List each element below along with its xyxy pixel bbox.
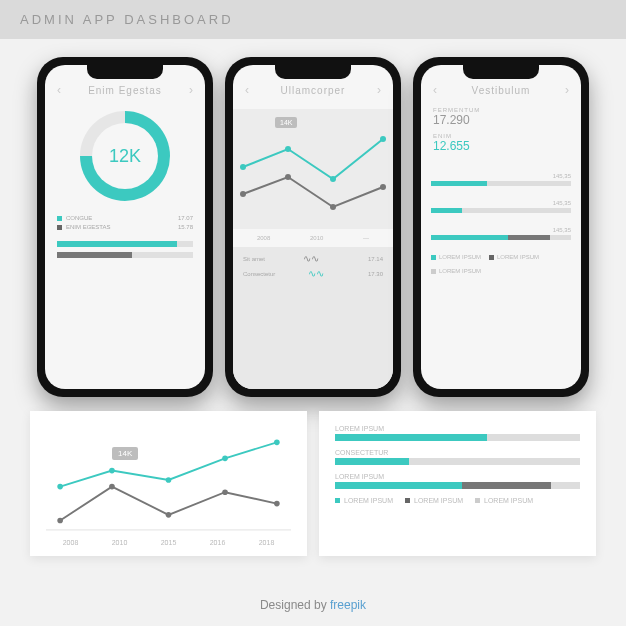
phone-3-screen: ‹ Vestibulum › FERMENTUM 17.290 ENIM 12.… [421,65,581,389]
svg-point-6 [330,204,336,210]
h-bar: 145,35 [421,169,581,196]
svg-point-10 [109,468,115,474]
svg-point-2 [330,176,336,182]
svg-point-4 [240,191,246,197]
svg-point-3 [380,136,386,142]
svg-point-17 [222,489,228,495]
panel-bar-chart: LOREM IPSUM CONSECTETUR LOREM IPSUM LORE… [319,411,596,556]
spark-row: Sit amet ∿∿ 17.14 [243,253,383,264]
svg-point-5 [285,174,291,180]
p-bar: CONSECTETUR [335,449,580,465]
chevron-right-icon[interactable]: › [377,83,381,97]
chart-tooltip: 14K [112,447,138,460]
svg-point-0 [240,164,246,170]
panel-line-chart: 14K 2008 2010 2015 2016 2018 [30,411,307,556]
phone-3-bars: 145,35 145,35 145,35 [421,169,581,250]
chevron-right-icon[interactable]: › [565,83,569,97]
banner: ADMIN APP DASHBOARD [0,0,626,39]
svg-point-16 [166,512,172,518]
brand-link[interactable]: freepik [330,598,366,612]
phone-3-stats: FERMENTUM 17.290 ENIM 12.655 [421,105,581,169]
phone-1-legend: CONGUE 17.07 ENIM EGESTAS 15.78 [45,211,205,237]
line-chart-svg [233,109,393,229]
phone-2-screen: ‹ Ullamcorper › 14K 2008 2010 — [233,65,393,389]
phone-2-xticks: 2008 2010 — [233,233,393,247]
phone-1-titlebar: ‹ Enim Egestas › [45,65,205,105]
svg-point-15 [109,484,115,490]
svg-point-18 [274,501,280,507]
dot-icon [431,255,436,260]
phone-1-bars [45,237,205,273]
phone-2-title: Ullamcorper [257,85,369,96]
donut-chart: 12K [45,105,205,211]
svg-point-11 [166,477,172,483]
phone-3-legend: LOREM IPSUM LOREM IPSUM LOREM IPSUM [421,250,581,278]
chevron-right-icon[interactable]: › [189,83,193,97]
p-bar: LOREM IPSUM [335,425,580,441]
svg-point-7 [380,184,386,190]
h-bar: 145,35 [421,196,581,223]
banner-title: ADMIN APP DASHBOARD [20,12,234,27]
bar [57,252,193,258]
sparkline-icon: ∿∿ [265,253,357,264]
dot-icon [431,269,436,274]
phone-2-line-chart: 14K [233,109,393,229]
phone-3-title: Vestibulum [445,85,557,96]
chevron-left-icon[interactable]: ‹ [245,83,249,97]
phone-1: ‹ Enim Egestas › 12K CONGUE 17.07 ENIM E… [37,57,213,397]
chevron-left-icon[interactable]: ‹ [433,83,437,97]
spark-row: Consectetur ∿∿ 17.30 [243,268,383,279]
phone-1-screen: ‹ Enim Egestas › 12K CONGUE 17.07 ENIM E… [45,65,205,389]
svg-point-14 [57,518,63,524]
dot-icon [57,225,62,230]
footer: Designed by freepik [0,598,626,612]
legend-item: ENIM EGESTAS 15.78 [57,224,193,230]
legend-item: CONGUE 17.07 [57,215,193,221]
chevron-left-icon[interactable]: ‹ [57,83,61,97]
phone-1-title: Enim Egestas [69,85,181,96]
phone-2-titlebar: ‹ Ullamcorper › [233,65,393,105]
line-chart: 14K [46,425,291,535]
phones-row: ‹ Enim Egestas › 12K CONGUE 17.07 ENIM E… [0,39,626,411]
phone-2: ‹ Ullamcorper › 14K 2008 2010 — [225,57,401,397]
phone-2-sparklines: Sit amet ∿∿ 17.14 Consectetur ∿∿ 17.30 [233,247,393,389]
h-bar: 145,35 [421,223,581,250]
dot-icon [489,255,494,260]
chart-tooltip: 14K [275,117,297,128]
dot-icon [57,216,62,221]
svg-point-12 [222,456,228,462]
donut-metric: 12K [92,123,158,189]
panel-legend: LOREM IPSUM LOREM IPSUM LOREM IPSUM [335,497,580,504]
panel-xticks: 2008 2010 2015 2016 2018 [46,539,291,546]
sparkline-icon: ∿∿ [275,268,357,279]
svg-point-1 [285,146,291,152]
dot-icon [405,498,410,503]
svg-point-9 [57,484,63,490]
line-chart-svg [46,425,291,535]
p-bar: LOREM IPSUM [335,473,580,489]
svg-point-13 [274,439,280,445]
bottom-panels: 14K 2008 2010 2015 2016 2018 LOREM IPSUM [0,411,626,556]
donut-ring: 12K [80,111,170,201]
bar [57,241,193,247]
phone-3-titlebar: ‹ Vestibulum › [421,65,581,105]
phone-3: ‹ Vestibulum › FERMENTUM 17.290 ENIM 12.… [413,57,589,397]
dot-icon [475,498,480,503]
dot-icon [335,498,340,503]
